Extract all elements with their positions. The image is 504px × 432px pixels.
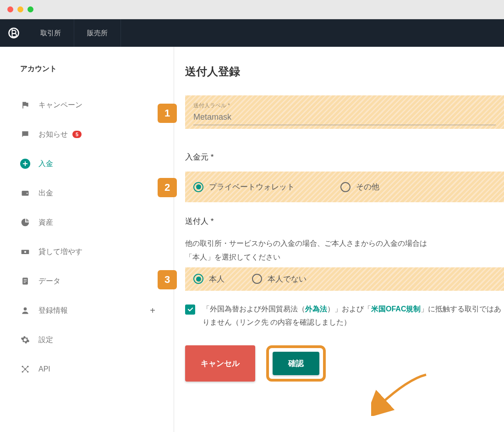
page-title: 送付人登録	[185, 64, 504, 79]
radio-icon	[252, 274, 262, 284]
radio-icon	[340, 182, 351, 192]
nav-tab-sales[interactable]: 販売所	[74, 19, 121, 47]
svg-point-9	[24, 307, 27, 310]
radio-not-self[interactable]: 本人でない	[252, 274, 307, 284]
deposit-source-radios: 2 プライベートウォレット その他	[185, 172, 504, 202]
link-gaitame[interactable]: 外為法	[305, 305, 327, 313]
banknote-icon	[20, 247, 30, 257]
pie-chart-icon	[20, 217, 30, 227]
cancel-button[interactable]: キャンセル	[185, 345, 255, 382]
svg-point-4	[24, 251, 26, 253]
notification-badge: 5	[72, 131, 82, 138]
wallet-icon	[20, 188, 30, 198]
gear-icon	[20, 335, 30, 345]
consent-row: 「外国為替および外国貿易法（外為法）」および「米国OFAC規制」に抵触する取引で…	[185, 303, 504, 329]
deposit-source-label: 入金元 *	[185, 152, 504, 162]
radio-label: その他	[356, 182, 379, 192]
sidebar-item-deposit[interactable]: 入金	[20, 149, 164, 178]
radio-icon	[193, 182, 203, 192]
nav-tab-label: 取引所	[40, 29, 61, 38]
sidebar-item-label: API	[38, 365, 50, 373]
sender-label-input[interactable]: Metamask	[193, 112, 496, 125]
sidebar-item-label: 入金	[38, 159, 53, 169]
sidebar-item-label: キャンペーン	[38, 100, 82, 110]
button-row: キャンセル 確認	[185, 345, 504, 382]
radio-label: プライベートウォレット	[209, 182, 295, 192]
radio-label: 本人でない	[268, 274, 307, 284]
svg-rect-7	[24, 281, 27, 281]
sender-label-field: 1 送付人ラベル * Metamask	[185, 95, 504, 129]
radio-private-wallet[interactable]: プライベートウォレット	[193, 182, 295, 192]
nav-tab-exchange[interactable]: 取引所	[27, 19, 74, 47]
minimize-window-icon[interactable]	[17, 6, 23, 12]
step-marker-2: 2	[158, 178, 177, 197]
nav-tab-label: 販売所	[87, 29, 108, 38]
flag-icon	[20, 100, 30, 110]
radio-self[interactable]: 本人	[193, 274, 225, 284]
top-nav: 取引所 販売所	[0, 19, 504, 47]
api-icon	[20, 364, 30, 374]
link-ofac[interactable]: 米国OFAC規制	[371, 305, 421, 313]
consent-checkbox[interactable]	[185, 305, 195, 315]
expand-icon: +	[150, 305, 155, 316]
sidebar-item-withdraw[interactable]: 出金	[20, 178, 164, 208]
confirm-button[interactable]: 確認	[273, 352, 319, 375]
sidebar-item-api[interactable]: API	[20, 354, 164, 384]
clipboard-icon	[20, 276, 30, 286]
sidebar-item-label: 設定	[38, 335, 53, 345]
person-icon	[20, 305, 30, 316]
window-titlebar	[0, 0, 504, 19]
radio-other[interactable]: その他	[340, 182, 379, 192]
sidebar-item-label: 出金	[38, 188, 53, 198]
sidebar-item-label: データ	[38, 277, 60, 286]
sidebar-item-label: 貸して増やす	[38, 247, 82, 257]
step-marker-3: 3	[158, 270, 177, 289]
sender-radios: 3 本人 本人でない	[185, 267, 504, 291]
sidebar-item-campaign[interactable]: キャンペーン	[20, 90, 164, 120]
sidebar-item-label: 資産	[38, 218, 53, 227]
brand-logo-icon[interactable]	[0, 27, 27, 39]
maximize-window-icon[interactable]	[27, 6, 33, 12]
consent-text: 「外国為替および外国貿易法（外為法）」および「米国OFAC規制」に抵触する取引で…	[203, 303, 504, 329]
sidebar-item-profile[interactable]: 登録情報 +	[20, 296, 164, 325]
sidebar-item-label: 登録情報	[38, 306, 68, 316]
sidebar-item-label: お知らせ	[38, 130, 68, 139]
message-icon	[20, 129, 30, 139]
radio-label: 本人	[209, 274, 225, 284]
sidebar-item-data[interactable]: データ	[20, 266, 164, 296]
sidebar-item-notice[interactable]: お知らせ 5	[20, 120, 164, 149]
svg-rect-8	[24, 282, 26, 283]
main-content: 送付人登録 1 送付人ラベル * Metamask 入金元 * 2 プライベート…	[174, 47, 504, 432]
close-window-icon[interactable]	[7, 6, 13, 12]
field-label: 送付人ラベル *	[193, 102, 496, 110]
sender-label: 送付人 *	[185, 216, 504, 227]
sidebar-item-assets[interactable]: 資産	[20, 208, 164, 237]
sidebar-title: アカウント	[20, 64, 164, 74]
sender-help-text: 他の取引所・サービスからの入金の場合、ご本人さまからの入金の場合は 「本人」を選…	[185, 237, 504, 265]
plus-circle-icon	[20, 159, 30, 169]
confirm-button-highlight: 確認	[266, 345, 326, 382]
step-marker-1: 1	[158, 104, 177, 123]
sidebar-item-settings[interactable]: 設定	[20, 325, 164, 354]
svg-point-2	[27, 193, 28, 194]
radio-icon	[193, 274, 203, 284]
svg-rect-6	[24, 279, 27, 280]
sidebar: アカウント キャンペーン お知らせ 5 入金	[0, 47, 174, 432]
sidebar-item-lending[interactable]: 貸して増やす	[20, 237, 164, 266]
